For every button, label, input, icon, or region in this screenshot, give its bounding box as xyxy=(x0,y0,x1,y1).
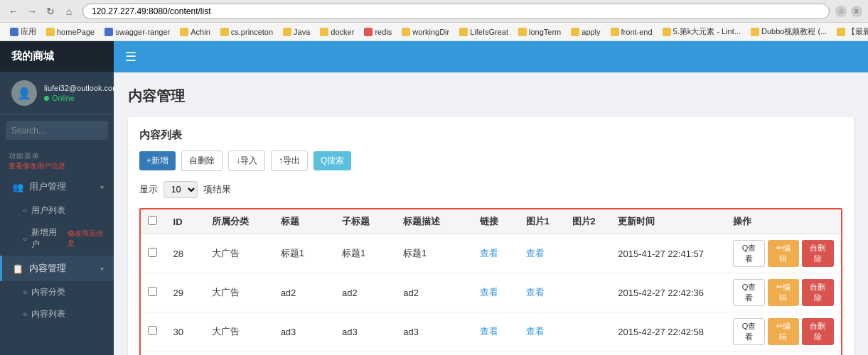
row-checkbox-1[interactable] xyxy=(148,287,157,296)
edit-button-0[interactable]: ✏编辑 xyxy=(768,240,798,267)
row-checkbox-cell xyxy=(141,312,166,351)
top-bar: ☰ xyxy=(114,41,868,72)
panel-title: 内容列表 xyxy=(139,129,842,142)
link-view-btn[interactable]: 查看 xyxy=(480,287,498,297)
reload-button[interactable]: ↻ xyxy=(43,4,58,19)
row-checkbox-2[interactable] xyxy=(148,326,157,335)
back-button[interactable]: ← xyxy=(6,4,21,19)
user-management-label: 用户管理 xyxy=(29,180,66,193)
add-button[interactable]: +新增 xyxy=(139,151,176,170)
hamburger-icon[interactable]: ☰ xyxy=(125,49,136,65)
sidebar-item-content-list[interactable]: ○ 内容列表 xyxy=(0,303,114,325)
star-icon[interactable]: ☆ xyxy=(835,6,847,17)
import-button[interactable]: ↓导入 xyxy=(228,151,265,171)
show-select[interactable]: 10 25 50 xyxy=(164,181,198,198)
bookmark-working[interactable]: workingDir xyxy=(397,26,454,38)
row-subtitle: 标题1 xyxy=(335,234,396,273)
bookmark-lint[interactable]: 5.第k大元素 - Lint... xyxy=(658,25,745,38)
bookmark-frontend[interactable]: front-end xyxy=(606,26,657,38)
bookmark-lint-label: 5.第k大元素 - Lint... xyxy=(673,26,741,37)
row-checkbox-0[interactable] xyxy=(148,248,157,257)
table-header: ID 所属分类 标题 子标题 标题描述 链接 图片1 图片2 更新时间 操作 xyxy=(141,209,841,234)
edit-button-1[interactable]: ✏编辑 xyxy=(768,279,798,306)
row-img1[interactable]: 查看 xyxy=(519,234,565,273)
address-bar[interactable] xyxy=(82,4,830,19)
link-view-btn[interactable]: 查看 xyxy=(480,248,498,258)
docker-icon xyxy=(320,28,328,36)
view-button-2[interactable]: Q查看 xyxy=(733,318,765,345)
items-label: 项结果 xyxy=(203,183,231,196)
home-button[interactable]: ⌂ xyxy=(61,4,77,19)
bookmark-homepage[interactable]: homePage xyxy=(42,26,99,38)
row-subtitle: ad4 xyxy=(335,351,396,356)
content-panel: 内容列表 +新增 自删除 ↓导入 ↑导出 Q搜索 显示 10 25 50 项结果 xyxy=(128,117,854,355)
select-all-checkbox[interactable] xyxy=(148,216,157,225)
img1-view-btn[interactable]: 查看 xyxy=(526,287,545,297)
bookmark-longterm[interactable]: longTerm xyxy=(514,26,565,38)
bookmark-swagger-label: swagger-ranger xyxy=(115,28,170,36)
delete-button[interactable]: 自删除 xyxy=(181,151,223,171)
link-view-btn[interactable]: 查看 xyxy=(480,326,498,337)
menu-icon[interactable]: ≡ xyxy=(851,6,862,17)
search-input[interactable] xyxy=(6,121,108,140)
bookmark-dubbo[interactable]: Dubbo视频教程 (... xyxy=(746,25,831,38)
row-category: 大广告 xyxy=(205,234,274,273)
row-time: 2015-42-27 22:42:58 xyxy=(611,312,726,351)
row-checkbox-cell xyxy=(141,273,166,312)
bookmark-apply[interactable]: apply xyxy=(567,26,604,38)
status-dot xyxy=(44,96,49,101)
row-img1[interactable]: 查看 xyxy=(519,351,565,356)
img1-view-btn[interactable]: 查看 xyxy=(526,248,545,258)
sidebar-item-content-category[interactable]: ○ 内容分类 xyxy=(0,281,114,303)
delete-button-0[interactable]: 自删除 xyxy=(802,240,834,267)
row-img1[interactable]: 查看 xyxy=(519,312,565,351)
dubbo-icon xyxy=(751,28,759,36)
bookmark-life[interactable]: LifeIsGreat xyxy=(455,26,513,38)
frontend-icon xyxy=(611,28,619,36)
delete-button-1[interactable]: 自删除 xyxy=(802,279,834,306)
row-link[interactable]: 查看 xyxy=(473,234,519,273)
th-title: 标题 xyxy=(274,209,335,234)
view-button-0[interactable]: Q查看 xyxy=(733,240,765,267)
row-link[interactable]: 查看 xyxy=(473,273,519,312)
bookmark-java[interactable]: Java xyxy=(279,26,314,38)
sub-dot-icon: ○ xyxy=(23,207,27,214)
row-actions: Q查看 ✏编辑 自删除 xyxy=(726,234,841,273)
cs-icon xyxy=(220,28,229,36)
sidebar-item-content-management[interactable]: 📋 内容管理 ▾ xyxy=(0,256,114,281)
row-desc: 标题1 xyxy=(396,234,473,273)
sidebar-item-user-list[interactable]: ○ 用户列表 xyxy=(0,200,114,222)
show-control: 显示 10 25 50 项结果 xyxy=(139,181,842,198)
bookmark-docker[interactable]: docker xyxy=(316,26,358,38)
working-icon xyxy=(402,28,410,36)
export-button[interactable]: ↑导出 xyxy=(271,151,308,171)
edit-button-2[interactable]: ✏编辑 xyxy=(768,318,798,345)
table-body: 28 大广告 标题1 标题1 标题1 查看 查看 2015-41-27 22:4… xyxy=(141,234,841,356)
bookmark-achin[interactable]: Achin xyxy=(176,26,215,38)
bookmark-redis[interactable]: redis xyxy=(360,26,396,38)
bookmark-java2[interactable]: 【最新最全Java教... xyxy=(832,25,868,38)
bookmark-apps[interactable]: 应用 xyxy=(6,25,41,38)
java2-icon xyxy=(837,28,845,36)
status-text: Online xyxy=(52,94,75,102)
row-desc: ad2 xyxy=(396,273,473,312)
row-img2 xyxy=(565,273,611,312)
row-link[interactable]: 查看 xyxy=(473,312,519,351)
bookmark-docker-label: docker xyxy=(331,28,354,36)
search-button[interactable]: Q搜索 xyxy=(314,151,351,170)
img1-view-btn[interactable]: 查看 xyxy=(526,326,545,337)
user-email: liufei32@outlook.com xyxy=(44,84,114,92)
table-row: 31 大广告 ad4 ad4 ad4 查看 查看 2015-43-27 22:4… xyxy=(141,351,841,356)
bookmark-frontend-label: front-end xyxy=(621,28,653,36)
delete-button-2[interactable]: 自删除 xyxy=(802,318,834,345)
forward-button[interactable]: → xyxy=(24,4,40,19)
sidebar-search[interactable]: 🔍 xyxy=(6,121,108,140)
row-link[interactable]: 查看 xyxy=(473,351,519,356)
bookmark-swagger[interactable]: swagger-ranger xyxy=(100,26,174,38)
content-menu-left: 📋 内容管理 xyxy=(12,262,66,275)
sidebar-item-user-management[interactable]: 👥 用户管理 ▾ xyxy=(0,174,114,200)
bookmark-cs[interactable]: cs.princeton xyxy=(216,26,277,38)
row-img1[interactable]: 查看 xyxy=(519,273,565,312)
sidebar-item-add-user[interactable]: ○ 新增用户 修改商品信息 xyxy=(0,222,114,256)
view-button-1[interactable]: Q查看 xyxy=(733,279,765,306)
